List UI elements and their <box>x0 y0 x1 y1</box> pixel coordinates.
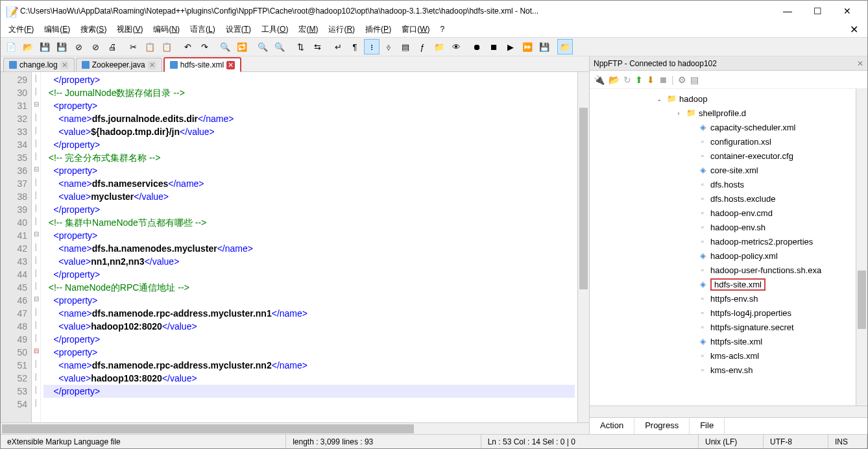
download-icon[interactable]: ⬇ <box>647 75 655 85</box>
wordwrap-button[interactable]: ↵ <box>330 39 346 55</box>
nppftp-close-icon[interactable]: ✕ <box>857 59 863 68</box>
settings-icon[interactable]: ⚙ <box>678 75 686 85</box>
ftp-tab-file[interactable]: File <box>690 418 725 434</box>
cut-button[interactable]: ✂ <box>125 39 141 55</box>
ftp-tab-progress[interactable]: Progress <box>634 418 690 434</box>
close-file-button[interactable]: ⊘ <box>71 39 86 55</box>
menu-搜索S[interactable]: 搜索(S) <box>75 23 112 36</box>
nppftp-button[interactable]: 📁 <box>557 39 573 55</box>
indent-guide-button[interactable]: ⫶ <box>364 39 380 55</box>
tab-hdfs-site.xml[interactable]: hdfs-site.xml✕ <box>163 57 241 72</box>
tree-item-kms-acls.xml[interactable]: ▫kms-acls.xml <box>590 348 856 363</box>
connect-icon[interactable]: 🔌 <box>594 75 605 85</box>
monitor-button[interactable]: 👁 <box>448 39 464 55</box>
maximize-button[interactable]: ☐ <box>802 1 832 21</box>
tree-item-shellprofile.d[interactable]: ›📁shellprofile.d <box>590 106 856 120</box>
tree-item-hadoop-user-functions.sh.exa[interactable]: ▫hadoop-user-functions.sh.exa <box>590 263 856 277</box>
editor-horizontal-scrollbar[interactable] <box>1 422 589 434</box>
tree-item-hadoop-policy.xml[interactable]: ◈hadoop-policy.xml <box>590 249 856 263</box>
open-file-button[interactable]: 📂 <box>20 39 36 55</box>
menu-设置T[interactable]: 设置(T) <box>221 23 256 36</box>
file-icon: ▫ <box>697 350 708 361</box>
tree-item-capacity-scheduler.xml[interactable]: ◈capacity-scheduler.xml <box>590 120 856 134</box>
find-button[interactable]: 🔍 <box>217 39 233 55</box>
tree-item-kms-env.sh[interactable]: ▫kms-env.sh <box>590 363 856 377</box>
ftp-vertical-scrollbar[interactable] <box>856 89 867 406</box>
close-icon[interactable]: ✕ <box>148 61 156 69</box>
ftp-tab-action[interactable]: Action <box>590 418 634 434</box>
tree-item-dfs.hosts[interactable]: ▫dfs.hosts <box>590 177 856 191</box>
save-macro-button[interactable]: 💾 <box>536 39 552 55</box>
tree-item-container-executor.cfg[interactable]: ▫container-executor.cfg <box>590 149 856 163</box>
abort-icon[interactable]: ⏹ <box>658 75 668 85</box>
play-macro-button[interactable]: ▶ <box>503 39 518 55</box>
tree-item-core-site.xml[interactable]: ◈core-site.xml <box>590 163 856 177</box>
save-button[interactable]: 💾 <box>37 39 53 55</box>
record-macro-button[interactable]: ⏺ <box>469 39 485 55</box>
close-icon[interactable]: ✕ <box>60 61 69 69</box>
func-list-button[interactable]: ƒ <box>415 39 430 55</box>
tree-item-httpfs-site.xml[interactable]: ◈httpfs-site.xml <box>590 334 856 348</box>
tree-item-httpfs-log4j.properties[interactable]: ▫httpfs-log4j.properties <box>590 306 856 320</box>
minimize-button[interactable]: ― <box>773 1 802 21</box>
tree-item-httpfs-env.sh[interactable]: ▫httpfs-env.sh <box>590 291 856 306</box>
status-length: length : 3,099 lines : 93 <box>286 435 481 448</box>
tree-item-hadoop-env.cmd[interactable]: ▫hadoop-env.cmd <box>590 206 856 220</box>
sync-v-button[interactable]: ⇅ <box>293 39 308 55</box>
tree-item-dfs.hosts.exclude[interactable]: ▫dfs.hosts.exclude <box>590 191 856 206</box>
menu-运行R[interactable]: 运行(R) <box>323 23 360 36</box>
zoom-out-button[interactable]: 🔍 <box>272 39 287 55</box>
menubar-close-icon[interactable]: ✕ <box>843 23 865 36</box>
menu-文件F[interactable]: 文件(F) <box>3 23 39 36</box>
close-all-button[interactable]: ⊘ <box>88 39 103 55</box>
ftp-horizontal-scrollbar[interactable] <box>590 406 867 417</box>
menu-窗口W[interactable]: 窗口(W) <box>396 23 435 36</box>
redo-button[interactable]: ↷ <box>197 39 212 55</box>
paste-button[interactable]: 📋 <box>159 39 175 55</box>
run-macro-multi-button[interactable]: ⏩ <box>520 39 535 55</box>
udl-button[interactable]: ⎀ <box>381 39 396 55</box>
menu-视图V[interactable]: 视图(V) <box>112 23 148 36</box>
messages-icon[interactable]: ▤ <box>690 75 699 85</box>
expand-icon[interactable]: › <box>674 110 683 117</box>
tree-item-configuration.xsl[interactable]: ▫configuration.xsl <box>590 134 856 149</box>
undo-button[interactable]: ↶ <box>180 39 195 55</box>
close-button[interactable]: ✕ <box>832 1 862 21</box>
menu-语言L[interactable]: 语言(L) <box>185 23 221 36</box>
close-icon[interactable]: ✕ <box>226 61 235 69</box>
tab-change.log[interactable]: change.log✕ <box>3 58 75 71</box>
menu-[interactable]: ? <box>435 23 450 35</box>
menu-编辑E[interactable]: 编辑(E) <box>39 23 75 36</box>
code-editor[interactable]: 2930313233343536373839404142434445464748… <box>1 72 589 422</box>
tree-item-httpfs-signature.secret[interactable]: ▫httpfs-signature.secret <box>590 320 856 334</box>
menu-宏M[interactable]: 宏(M) <box>293 23 323 36</box>
sync-h-button[interactable]: ⇆ <box>309 39 325 55</box>
replace-button[interactable]: 🔁 <box>234 39 250 55</box>
menu-编码N[interactable]: 编码(N) <box>148 23 185 36</box>
zoom-in-button[interactable]: 🔍 <box>255 39 271 55</box>
file-icon: ▫ <box>697 222 708 232</box>
tree-item-hadoop[interactable]: ⌄📁hadoop <box>590 91 856 106</box>
stop-macro-button[interactable]: ⏹ <box>486 39 501 55</box>
code-content[interactable]: </property> <!-- JournalNode数据存储目录 --> <… <box>41 72 577 422</box>
doc-map-button[interactable]: ▤ <box>398 39 413 55</box>
new-file-button[interactable]: 📄 <box>3 39 19 55</box>
tab-label: change.log <box>19 60 58 69</box>
copy-button[interactable]: 📋 <box>142 39 158 55</box>
upload-icon[interactable]: ⬆ <box>635 75 643 85</box>
menu-插件P[interactable]: 插件(P) <box>360 23 396 36</box>
open-icon[interactable]: 📂 <box>609 75 620 85</box>
tab-Zookeeper.java[interactable]: Zookeeper.java✕ <box>76 58 162 71</box>
print-button[interactable]: 🖨 <box>104 39 120 55</box>
menu-工具O[interactable]: 工具(O) <box>256 23 293 36</box>
tree-item-hdfs-site.xml[interactable]: ◈hdfs-site.xml <box>590 277 856 291</box>
tree-item-hadoop-metrics2.properties[interactable]: ▫hadoop-metrics2.properties <box>590 234 856 249</box>
fold-column[interactable]: ││⊟││││⊟││││⊟││││⊟│││⊟││││ <box>32 72 41 422</box>
save-all-button[interactable]: 💾 <box>54 39 69 55</box>
editor-vertical-scrollbar[interactable] <box>577 72 589 422</box>
folder-button[interactable]: 📁 <box>431 39 447 55</box>
tree-item-hadoop-env.sh[interactable]: ▫hadoop-env.sh <box>590 220 856 234</box>
expand-icon[interactable]: ⌄ <box>655 95 664 103</box>
show-all-chars-button[interactable]: ¶ <box>347 39 363 55</box>
refresh-icon[interactable]: ↻ <box>623 75 631 85</box>
